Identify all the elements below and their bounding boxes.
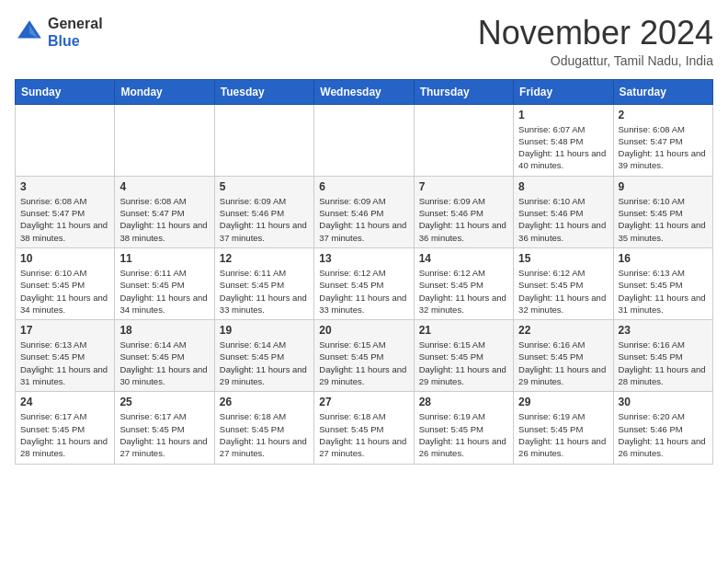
calendar-cell: 5Sunrise: 6:09 AM Sunset: 5:46 PM Daylig… — [214, 176, 313, 247]
calendar-cell: 29Sunrise: 6:19 AM Sunset: 5:45 PM Dayli… — [514, 392, 613, 464]
calendar-cell: 22Sunrise: 6:16 AM Sunset: 5:45 PM Dayli… — [514, 320, 613, 392]
day-info: Sunrise: 6:19 AM Sunset: 5:45 PM Dayligh… — [518, 410, 608, 459]
day-info: Sunrise: 6:11 AM Sunset: 5:45 PM Dayligh… — [220, 267, 309, 316]
weekday-header-monday: Monday — [115, 79, 214, 104]
day-info: Sunrise: 6:09 AM Sunset: 5:46 PM Dayligh… — [220, 195, 309, 244]
calendar-cell: 27Sunrise: 6:18 AM Sunset: 5:45 PM Dayli… — [314, 392, 414, 464]
calendar-cell: 8Sunrise: 6:10 AM Sunset: 5:46 PM Daylig… — [514, 176, 613, 247]
day-info: Sunrise: 6:17 AM Sunset: 5:45 PM Dayligh… — [119, 410, 209, 459]
calendar-cell: 25Sunrise: 6:17 AM Sunset: 5:45 PM Dayli… — [115, 392, 214, 464]
day-number: 14 — [419, 252, 508, 265]
day-info: Sunrise: 6:17 AM Sunset: 5:45 PM Dayligh… — [20, 410, 109, 459]
calendar-week-4: 17Sunrise: 6:13 AM Sunset: 5:45 PM Dayli… — [16, 320, 713, 392]
day-info: Sunrise: 6:11 AM Sunset: 5:45 PM Dayligh… — [119, 267, 209, 316]
calendar-cell: 17Sunrise: 6:13 AM Sunset: 5:45 PM Dayli… — [16, 320, 115, 392]
day-info: Sunrise: 6:07 AM Sunset: 5:48 PM Dayligh… — [518, 123, 608, 172]
day-number: 9 — [619, 180, 708, 193]
calendar-table: SundayMondayTuesdayWednesdayThursdayFrid… — [15, 79, 713, 465]
day-number: 6 — [319, 180, 408, 193]
day-info: Sunrise: 6:08 AM Sunset: 5:47 PM Dayligh… — [119, 195, 209, 244]
weekday-header-thursday: Thursday — [414, 79, 513, 104]
logo-general: General — [48, 15, 103, 32]
calendar-cell: 24Sunrise: 6:17 AM Sunset: 5:45 PM Dayli… — [16, 392, 115, 464]
calendar-cell: 20Sunrise: 6:15 AM Sunset: 5:45 PM Dayli… — [314, 320, 414, 392]
page-header: General Blue November 2024 Odugattur, Ta… — [15, 15, 713, 68]
calendar-cell: 3Sunrise: 6:08 AM Sunset: 5:47 PM Daylig… — [16, 176, 115, 247]
weekday-header-friday: Friday — [514, 79, 613, 104]
logo-icon — [15, 17, 44, 47]
day-info: Sunrise: 6:10 AM Sunset: 5:45 PM Dayligh… — [20, 267, 109, 316]
calendar-week-3: 10Sunrise: 6:10 AM Sunset: 5:45 PM Dayli… — [16, 247, 713, 319]
calendar-cell — [414, 104, 513, 176]
day-number: 1 — [518, 109, 608, 121]
calendar-cell: 26Sunrise: 6:18 AM Sunset: 5:45 PM Dayli… — [214, 392, 313, 464]
calendar-cell: 10Sunrise: 6:10 AM Sunset: 5:45 PM Dayli… — [16, 247, 115, 319]
day-info: Sunrise: 6:16 AM Sunset: 5:45 PM Dayligh… — [518, 339, 608, 387]
calendar-cell: 13Sunrise: 6:12 AM Sunset: 5:45 PM Dayli… — [314, 247, 414, 319]
day-number: 17 — [20, 324, 109, 337]
day-info: Sunrise: 6:10 AM Sunset: 5:46 PM Dayligh… — [518, 195, 608, 244]
day-info: Sunrise: 6:12 AM Sunset: 5:45 PM Dayligh… — [419, 267, 508, 316]
day-info: Sunrise: 6:14 AM Sunset: 5:45 PM Dayligh… — [220, 339, 309, 387]
day-number: 27 — [319, 396, 408, 408]
calendar-week-2: 3Sunrise: 6:08 AM Sunset: 5:47 PM Daylig… — [16, 176, 713, 247]
day-info: Sunrise: 6:13 AM Sunset: 5:45 PM Dayligh… — [20, 339, 109, 387]
location-subtitle: Odugattur, Tamil Nadu, India — [478, 53, 713, 68]
day-number: 3 — [20, 180, 109, 193]
calendar-cell: 28Sunrise: 6:19 AM Sunset: 5:45 PM Dayli… — [414, 392, 513, 464]
calendar-cell: 4Sunrise: 6:08 AM Sunset: 5:47 PM Daylig… — [115, 176, 214, 247]
weekday-header-wednesday: Wednesday — [314, 79, 414, 104]
calendar-cell — [115, 104, 214, 176]
day-number: 13 — [319, 252, 408, 265]
logo: General Blue — [15, 15, 103, 50]
day-info: Sunrise: 6:15 AM Sunset: 5:45 PM Dayligh… — [419, 339, 508, 387]
month-title: November 2024 — [478, 15, 713, 52]
calendar-cell: 23Sunrise: 6:16 AM Sunset: 5:45 PM Dayli… — [613, 320, 712, 392]
weekday-header-tuesday: Tuesday — [214, 79, 313, 104]
calendar-cell — [214, 104, 313, 176]
day-info: Sunrise: 6:09 AM Sunset: 5:46 PM Dayligh… — [319, 195, 408, 244]
day-info: Sunrise: 6:18 AM Sunset: 5:45 PM Dayligh… — [220, 410, 309, 459]
day-number: 7 — [419, 180, 508, 193]
calendar-cell — [16, 104, 115, 176]
day-number: 10 — [20, 252, 109, 265]
calendar-cell: 6Sunrise: 6:09 AM Sunset: 5:46 PM Daylig… — [314, 176, 414, 247]
day-info: Sunrise: 6:10 AM Sunset: 5:45 PM Dayligh… — [619, 195, 708, 244]
day-info: Sunrise: 6:13 AM Sunset: 5:45 PM Dayligh… — [619, 267, 708, 316]
day-number: 15 — [518, 252, 608, 265]
calendar-cell: 15Sunrise: 6:12 AM Sunset: 5:45 PM Dayli… — [514, 247, 613, 319]
calendar-cell: 12Sunrise: 6:11 AM Sunset: 5:45 PM Dayli… — [214, 247, 313, 319]
day-number: 8 — [518, 180, 608, 193]
calendar-cell: 1Sunrise: 6:07 AM Sunset: 5:48 PM Daylig… — [514, 104, 613, 176]
calendar-cell: 30Sunrise: 6:20 AM Sunset: 5:46 PM Dayli… — [613, 392, 712, 464]
calendar-cell — [314, 104, 414, 176]
day-number: 26 — [220, 396, 309, 408]
day-number: 19 — [220, 324, 309, 337]
day-number: 12 — [220, 252, 309, 265]
day-info: Sunrise: 6:19 AM Sunset: 5:45 PM Dayligh… — [419, 410, 508, 459]
calendar-cell: 19Sunrise: 6:14 AM Sunset: 5:45 PM Dayli… — [214, 320, 313, 392]
calendar-header-row: SundayMondayTuesdayWednesdayThursdayFrid… — [16, 79, 713, 104]
day-info: Sunrise: 6:18 AM Sunset: 5:45 PM Dayligh… — [319, 410, 408, 459]
calendar-cell: 11Sunrise: 6:11 AM Sunset: 5:45 PM Dayli… — [115, 247, 214, 319]
calendar-week-1: 1Sunrise: 6:07 AM Sunset: 5:48 PM Daylig… — [16, 104, 713, 176]
weekday-header-sunday: Sunday — [16, 79, 115, 104]
day-number: 5 — [220, 180, 309, 193]
weekday-header-saturday: Saturday — [613, 79, 712, 104]
calendar-week-5: 24Sunrise: 6:17 AM Sunset: 5:45 PM Dayli… — [16, 392, 713, 464]
day-info: Sunrise: 6:09 AM Sunset: 5:46 PM Dayligh… — [419, 195, 508, 244]
day-number: 23 — [619, 324, 708, 337]
logo-text: General Blue — [48, 15, 103, 50]
calendar-cell: 2Sunrise: 6:08 AM Sunset: 5:47 PM Daylig… — [613, 104, 712, 176]
calendar-cell: 21Sunrise: 6:15 AM Sunset: 5:45 PM Dayli… — [414, 320, 513, 392]
day-number: 2 — [619, 109, 708, 121]
calendar-cell: 7Sunrise: 6:09 AM Sunset: 5:46 PM Daylig… — [414, 176, 513, 247]
logo-blue: Blue — [48, 32, 103, 50]
day-number: 18 — [119, 324, 209, 337]
calendar-cell: 16Sunrise: 6:13 AM Sunset: 5:45 PM Dayli… — [613, 247, 712, 319]
day-info: Sunrise: 6:15 AM Sunset: 5:45 PM Dayligh… — [319, 339, 408, 387]
day-number: 20 — [319, 324, 408, 337]
day-info: Sunrise: 6:12 AM Sunset: 5:45 PM Dayligh… — [319, 267, 408, 316]
day-info: Sunrise: 6:20 AM Sunset: 5:46 PM Dayligh… — [619, 410, 708, 459]
day-info: Sunrise: 6:12 AM Sunset: 5:45 PM Dayligh… — [518, 267, 608, 316]
